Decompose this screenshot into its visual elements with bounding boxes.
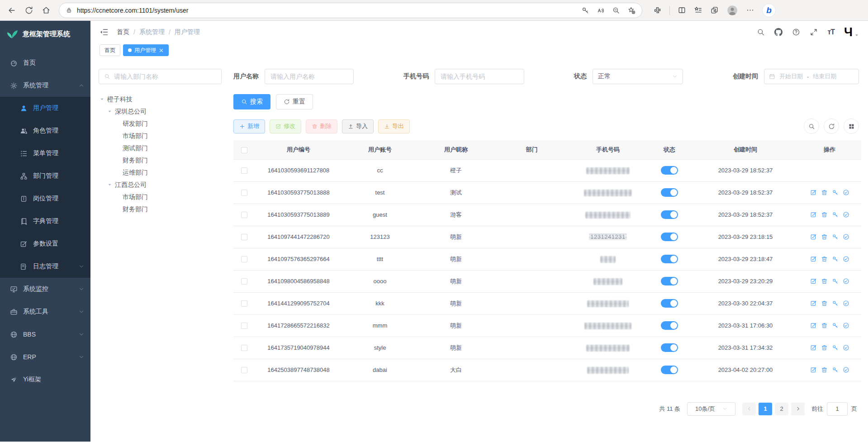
phone-input[interactable] <box>435 69 524 84</box>
row-checkbox[interactable] <box>241 345 247 351</box>
reset-password-icon[interactable] <box>832 256 839 262</box>
user-avatar-menu[interactable]: Ч <box>844 26 859 38</box>
password-key-icon[interactable] <box>581 6 589 14</box>
status-toggle[interactable] <box>661 255 678 263</box>
sidebar-item-菜单管理[interactable]: 菜单管理 <box>0 142 90 165</box>
sidebar-item-ERP[interactable]: ERP <box>0 346 90 368</box>
reset-password-icon[interactable] <box>832 278 839 285</box>
sidebar-item-部门管理[interactable]: 部门管理 <box>0 165 90 187</box>
status-toggle[interactable] <box>661 233 678 241</box>
status-toggle[interactable] <box>661 166 678 175</box>
assign-role-icon[interactable] <box>843 344 849 351</box>
assign-role-icon[interactable] <box>843 278 849 285</box>
tree-node-橙子科技[interactable]: 橙子科技 <box>99 93 222 105</box>
edit-row-icon[interactable] <box>810 300 817 307</box>
collections-icon[interactable] <box>710 6 719 14</box>
delete-row-icon[interactable] <box>821 189 828 196</box>
url-text[interactable]: https://ccnetcore.com:1101/system/user <box>77 7 577 14</box>
next-page-button[interactable] <box>791 403 805 415</box>
edit-row-icon[interactable] <box>810 189 817 196</box>
tree-node-研发部门[interactable]: 研发部门 <box>99 118 222 130</box>
assign-role-icon[interactable] <box>843 189 849 196</box>
sidebar-item-首页[interactable]: 首页 <box>0 52 90 74</box>
reset-password-icon[interactable] <box>832 211 839 218</box>
fullscreen-icon[interactable] <box>810 28 818 36</box>
status-select[interactable]: 正常 <box>593 69 683 84</box>
date-range-picker[interactable]: 开始日期 - 结束日期 <box>764 69 859 84</box>
tree-node-江西总公司[interactable]: 江西总公司 <box>99 179 222 191</box>
row-checkbox[interactable] <box>241 323 247 329</box>
status-toggle[interactable] <box>661 299 678 308</box>
edit-row-icon[interactable] <box>810 211 817 218</box>
profile-avatar[interactable] <box>726 5 738 16</box>
page-button-2[interactable]: 2 <box>775 403 788 415</box>
delete-row-icon[interactable] <box>821 278 828 285</box>
read-aloud-icon[interactable] <box>597 6 605 14</box>
edit-row-icon[interactable] <box>810 366 817 373</box>
app-logo[interactable]: 意框架管理系统 <box>0 21 90 47</box>
export-button[interactable]: 导出 <box>378 119 410 133</box>
reset-password-icon[interactable] <box>832 366 839 373</box>
delete-row-icon[interactable] <box>821 366 828 373</box>
username-input[interactable] <box>265 69 354 84</box>
reset-button[interactable]: 重置 <box>276 94 313 109</box>
delete-row-icon[interactable] <box>821 233 828 240</box>
sidebar-item-系统工具[interactable]: 系统工具 <box>0 300 90 323</box>
delete-row-icon[interactable] <box>821 256 828 262</box>
font-size-icon[interactable]: тT <box>827 28 835 36</box>
header-search-icon[interactable] <box>757 28 765 36</box>
sidebar-item-系统监控[interactable]: 系统监控 <box>0 278 90 300</box>
edit-button[interactable]: 修改 <box>270 119 301 133</box>
toggle-search-button[interactable] <box>804 119 819 134</box>
reset-password-icon[interactable] <box>832 189 839 196</box>
reset-password-icon[interactable] <box>832 233 839 240</box>
import-button[interactable]: 导入 <box>342 119 374 133</box>
delete-button[interactable]: 删除 <box>306 119 337 133</box>
goto-page-input[interactable] <box>827 402 848 416</box>
page-size-select[interactable]: 10条/页 <box>687 402 735 416</box>
delete-row-icon[interactable] <box>821 300 828 307</box>
tree-node-运维部门[interactable]: 运维部门 <box>99 166 222 179</box>
refresh-icon[interactable] <box>24 6 33 15</box>
assign-role-icon[interactable] <box>843 366 849 373</box>
tab-close-icon[interactable] <box>159 48 164 53</box>
favorite-star-icon[interactable] <box>627 6 636 14</box>
sidebar-item-日志管理[interactable]: 日志管理 <box>0 255 90 278</box>
status-toggle[interactable] <box>661 343 678 352</box>
github-icon[interactable] <box>774 28 783 36</box>
row-checkbox[interactable] <box>241 367 247 373</box>
status-toggle[interactable] <box>661 321 678 330</box>
department-search-input[interactable] <box>114 73 216 80</box>
address-bar[interactable]: https://ccnetcore.com:1101/system/user <box>59 3 642 18</box>
status-toggle[interactable] <box>661 277 678 285</box>
tree-node-财务部门[interactable]: 财务部门 <box>99 154 222 166</box>
tab-home[interactable]: 首页 <box>100 44 120 56</box>
reset-password-icon[interactable] <box>832 300 839 307</box>
edit-row-icon[interactable] <box>810 344 817 351</box>
status-toggle[interactable] <box>661 366 678 374</box>
assign-role-icon[interactable] <box>843 256 849 262</box>
add-button[interactable]: 新增 <box>233 119 265 133</box>
delete-row-icon[interactable] <box>821 211 828 218</box>
tree-node-财务部门[interactable]: 财务部门 <box>99 203 222 215</box>
delete-row-icon[interactable] <box>821 344 828 351</box>
edit-row-icon[interactable] <box>810 322 817 329</box>
edit-row-icon[interactable] <box>810 233 817 240</box>
copilot-icon[interactable]: b <box>762 4 776 17</box>
select-all-checkbox[interactable] <box>241 147 247 153</box>
row-checkbox[interactable] <box>241 167 247 174</box>
assign-role-icon[interactable] <box>843 300 849 307</box>
breadcrumb-system[interactable]: 系统管理 <box>139 28 165 36</box>
sidebar-item-角色管理[interactable]: 角色管理 <box>0 119 90 142</box>
refresh-table-button[interactable] <box>824 119 839 134</box>
search-button[interactable]: 搜索 <box>233 94 270 109</box>
row-checkbox[interactable] <box>241 234 247 240</box>
sidebar-item-用户管理[interactable]: 用户管理 <box>0 97 90 119</box>
help-icon[interactable] <box>792 28 800 36</box>
status-toggle[interactable] <box>661 188 678 197</box>
extensions-icon[interactable] <box>653 6 662 14</box>
row-checkbox[interactable] <box>241 278 247 285</box>
sidebar-item-字典管理[interactable]: 字典管理 <box>0 210 90 233</box>
sidebar-item-BBS[interactable]: BBS <box>0 323 90 346</box>
zoom-out-icon[interactable] <box>612 6 620 14</box>
